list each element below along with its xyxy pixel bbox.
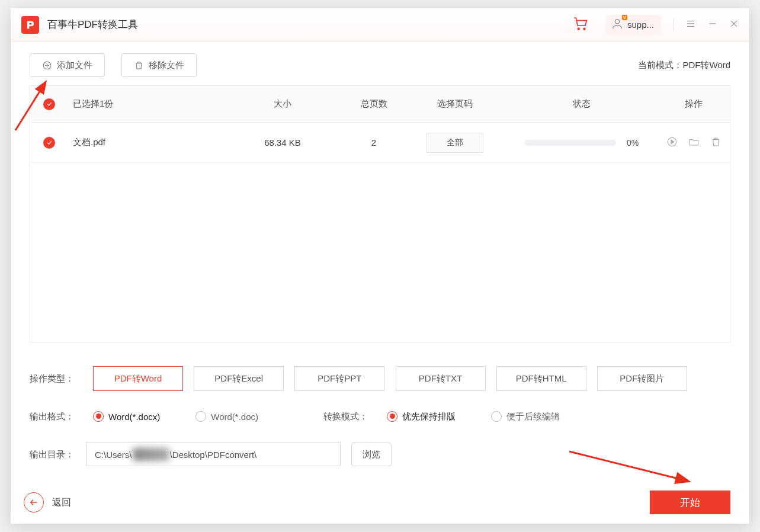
format-docx-radio[interactable]: Word(*.docx) (93, 412, 160, 422)
type-pdf-to-txt[interactable]: PDF转TXT (396, 366, 486, 391)
select-pages-button[interactable]: 全部 (427, 133, 483, 153)
bottom-bar: 返回 开始 (11, 492, 749, 524)
start-button[interactable]: 开始 (650, 491, 730, 514)
header-selected: 已选择1份 (68, 98, 225, 110)
close-icon[interactable] (729, 19, 739, 31)
header-pages: 总页数 (341, 98, 407, 110)
output-path-input[interactable]: C:\Users\ \Desktop\PDFconvert\ (86, 443, 341, 466)
type-pdf-to-html[interactable]: PDF转HTML (496, 366, 586, 391)
svg-point-1 (583, 28, 585, 30)
table-header-row: 已选择1份 大小 总页数 选择页码 状态 操作 (30, 86, 730, 123)
file-table: 已选择1份 大小 总页数 选择页码 状态 操作 文档.pdf 68.34 KB … (30, 85, 730, 342)
options-panel: 操作类型： PDF转Word PDF转Excel PDF转PPT PDF转TXT… (30, 342, 730, 466)
format-doc-radio[interactable]: Word(*.doc) (195, 412, 258, 422)
user-name: supp... (627, 20, 654, 30)
window-controls (673, 18, 739, 31)
cell-actions (660, 136, 727, 149)
type-pdf-to-word[interactable]: PDF转Word (93, 366, 183, 391)
select-all-checkbox[interactable] (43, 98, 55, 110)
user-account[interactable]: V supp... (606, 15, 661, 35)
mode-layout-radio[interactable]: 优先保持排版 (387, 411, 456, 422)
file-toolbar: 添加文件 移除文件 当前模式：PDF转Word (30, 53, 730, 77)
progress-percent: 0% (627, 138, 639, 148)
svg-marker-13 (671, 140, 674, 143)
radio-icon (387, 411, 397, 422)
output-format-label: 输出格式： (30, 411, 74, 422)
operation-type-buttons: PDF转Word PDF转Excel PDF转PPT PDF转TXT PDF转H… (93, 366, 687, 391)
back-label: 返回 (52, 496, 71, 509)
titlebar: 百事牛PDF转换工具 V supp... (11, 8, 749, 41)
svg-point-2 (615, 19, 619, 23)
add-file-button[interactable]: 添加文件 (30, 53, 105, 77)
current-mode: 当前模式：PDF转Word (638, 60, 730, 71)
header-size: 大小 (225, 98, 341, 110)
folder-icon[interactable] (688, 136, 700, 149)
type-pdf-to-excel[interactable]: PDF转Excel (194, 366, 284, 391)
vip-badge: V (622, 15, 627, 21)
app-window: 百事牛PDF转换工具 V supp... (11, 8, 749, 524)
minimize-icon[interactable] (708, 19, 717, 31)
operation-type-label: 操作类型： (30, 373, 74, 384)
menu-icon[interactable] (685, 18, 696, 31)
operation-type-row: 操作类型： PDF转Word PDF转Excel PDF转PPT PDF转TXT… (30, 366, 730, 391)
header-status: 状态 (503, 98, 660, 110)
radio-icon (93, 411, 104, 422)
delete-icon[interactable] (710, 136, 721, 149)
cell-pages: 2 (341, 137, 407, 148)
type-pdf-to-ppt[interactable]: PDF转PPT (294, 366, 384, 391)
play-icon[interactable] (666, 136, 678, 149)
output-dir-row: 输出目录： C:\Users\ \Desktop\PDFconvert\ 浏览 (30, 443, 730, 466)
cell-size: 68.34 KB (225, 137, 341, 148)
radio-icon (195, 411, 206, 422)
cell-status: 0% (503, 138, 660, 148)
redacted-username (133, 448, 169, 461)
progress-bar (525, 140, 616, 146)
header-select-pages: 选择页码 (407, 98, 503, 110)
convert-mode-label: 转换模式： (323, 411, 368, 422)
svg-point-0 (578, 28, 579, 30)
cell-filename: 文档.pdf (68, 137, 225, 148)
add-file-label: 添加文件 (57, 60, 92, 71)
format-mode-row: 输出格式： Word(*.docx) Word(*.doc) 转换模式： 优先保… (30, 411, 730, 422)
cart-icon[interactable] (572, 16, 589, 34)
remove-file-label: 移除文件 (149, 60, 184, 71)
radio-icon (491, 411, 502, 422)
back-button[interactable] (24, 492, 44, 512)
app-logo (21, 16, 39, 34)
output-dir-label: 输出目录： (30, 449, 74, 460)
browse-button[interactable]: 浏览 (351, 443, 392, 466)
remove-file-button[interactable]: 移除文件 (121, 53, 197, 77)
table-row: 文档.pdf 68.34 KB 2 全部 0% (30, 123, 730, 163)
user-icon: V (611, 17, 624, 33)
app-title: 百事牛PDF转换工具 (47, 18, 138, 31)
row-checkbox[interactable] (43, 137, 55, 149)
mode-edit-radio[interactable]: 便于后续编辑 (491, 411, 560, 422)
type-pdf-to-image[interactable]: PDF转图片 (597, 366, 687, 391)
header-actions: 操作 (660, 98, 727, 110)
content-area: 添加文件 移除文件 当前模式：PDF转Word 已选择1份 大小 (11, 41, 749, 481)
